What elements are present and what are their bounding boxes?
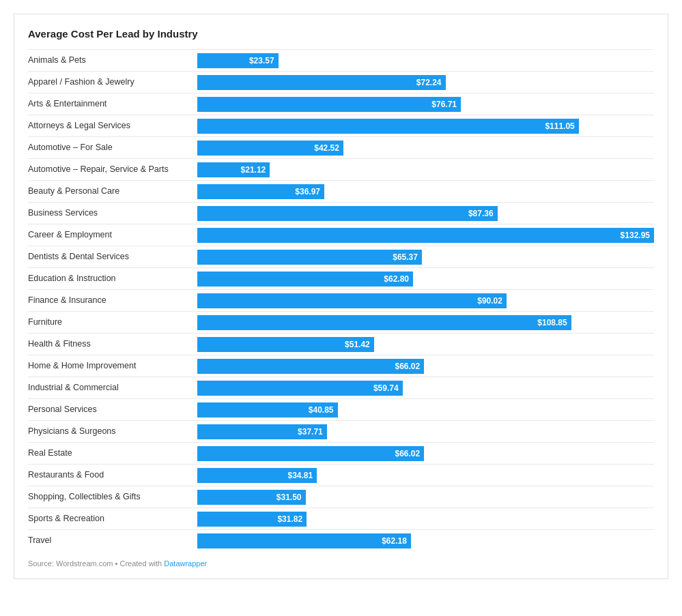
bar-label: Attorneys & Legal Services — [28, 120, 197, 131]
bar-fill: $108.85 — [197, 315, 571, 330]
bar-value: $90.02 — [477, 296, 502, 306]
bar-label: Finance & Insurance — [28, 295, 197, 306]
bar-label: Business Services — [28, 207, 197, 218]
chart-container: Average Cost Per Lead by Industry Animal… — [14, 14, 668, 579]
chart-bars: Animals & Pets$23.57Apparel / Fashion & … — [28, 49, 654, 551]
bar-track: $87.36 — [197, 206, 654, 221]
bar-fill: $37.71 — [197, 424, 327, 439]
bar-fill: $36.97 — [197, 184, 324, 199]
bar-label: Career & Employment — [28, 229, 197, 240]
bar-track: $76.71 — [197, 97, 654, 112]
bar-label: Industrial & Commercial — [28, 382, 197, 393]
bar-label: Automotive – Repair, Service & Parts — [28, 164, 197, 175]
bar-track: $42.52 — [197, 141, 654, 156]
bar-row: Personal Services$40.85 — [28, 398, 654, 420]
bar-value: $66.02 — [395, 362, 421, 371]
bar-track: $108.85 — [197, 315, 654, 330]
bar-value: $34.81 — [287, 471, 313, 480]
bar-row: Dentists & Dental Services$65.37 — [28, 246, 654, 267]
bar-fill: $90.02 — [197, 293, 507, 308]
bar-track: $40.85 — [197, 402, 654, 417]
bar-label: Home & Home Improvement — [28, 360, 197, 371]
bar-fill: $66.02 — [197, 446, 424, 461]
bar-label: Apparel / Fashion & Jewelry — [28, 76, 197, 87]
bar-value: $108.85 — [537, 318, 567, 327]
chart-title: Average Cost Per Lead by Industry — [28, 28, 654, 40]
bar-track: $51.42 — [197, 337, 654, 352]
bar-fill: $87.36 — [197, 206, 498, 221]
bar-row: Animals & Pets$23.57 — [28, 49, 654, 71]
bar-row: Arts & Entertainment$76.71 — [28, 93, 654, 115]
bar-track: $62.18 — [197, 533, 654, 548]
bar-track: $37.71 — [197, 424, 654, 439]
chart-footer: Source: Wordstream.com • Created with Da… — [28, 559, 654, 568]
bar-label: Automotive – For Sale — [28, 142, 197, 153]
bar-track: $111.05 — [197, 119, 654, 134]
bar-row: Home & Home Improvement$66.02 — [28, 355, 654, 377]
bar-label: Animals & Pets — [28, 55, 197, 65]
bar-fill: $40.85 — [197, 402, 338, 417]
datawrapper-link[interactable]: Datawrapper — [164, 559, 207, 568]
bar-row: Shopping, Collectibles & Gifts$31.50 — [28, 486, 654, 508]
bar-value: $62.80 — [384, 274, 409, 284]
bar-fill: $66.02 — [197, 359, 424, 374]
bar-value: $87.36 — [468, 209, 494, 218]
bar-track: $66.02 — [197, 359, 654, 374]
bar-fill: $42.52 — [197, 141, 343, 156]
bar-label: Beauty & Personal Care — [28, 186, 197, 196]
bar-fill: $31.82 — [197, 512, 307, 527]
bar-fill: $23.57 — [197, 53, 279, 68]
bar-label: Real Estate — [28, 448, 197, 458]
bar-track: $36.97 — [197, 184, 654, 199]
bar-value: $76.71 — [431, 100, 457, 109]
bar-row: Finance & Insurance$90.02 — [28, 289, 654, 311]
bar-value: $21.12 — [241, 165, 266, 175]
bar-fill: $132.95 — [197, 228, 654, 243]
bar-label: Education & Instruction — [28, 273, 197, 284]
bar-row: Career & Employment$132.95 — [28, 224, 654, 246]
bar-value: $31.82 — [277, 514, 302, 524]
bar-label: Furniture — [28, 317, 197, 327]
bar-track: $132.95 — [197, 228, 654, 243]
bar-label: Personal Services — [28, 404, 197, 415]
bar-label: Sports & Recreation — [28, 513, 197, 524]
bar-label: Travel — [28, 535, 197, 546]
bar-row: Attorneys & Legal Services$111.05 — [28, 115, 654, 136]
bar-row: Travel$62.18 — [28, 529, 654, 551]
bar-value: $62.18 — [382, 536, 407, 546]
bar-fill: $111.05 — [197, 119, 579, 134]
bar-track: $72.24 — [197, 75, 654, 90]
bar-label: Health & Fitness — [28, 338, 197, 349]
bar-fill: $62.80 — [197, 272, 413, 287]
bar-value: $31.50 — [276, 493, 302, 502]
bar-value: $111.05 — [545, 121, 574, 131]
bar-fill: $34.81 — [197, 468, 317, 483]
bar-value: $40.85 — [309, 405, 334, 415]
bar-row: Health & Fitness$51.42 — [28, 333, 654, 355]
bar-fill: $76.71 — [197, 97, 461, 112]
bar-value: $23.57 — [249, 56, 274, 65]
bar-row: Physicians & Surgeons$37.71 — [28, 420, 654, 442]
bar-fill: $62.18 — [197, 533, 411, 548]
bar-fill: $65.37 — [197, 250, 422, 265]
bar-row: Automotive – For Sale$42.52 — [28, 136, 654, 158]
bar-value: $59.74 — [373, 383, 399, 393]
bar-track: $34.81 — [197, 468, 654, 483]
bar-value: $72.24 — [416, 78, 442, 87]
bar-track: $59.74 — [197, 381, 654, 396]
bar-value: $36.97 — [295, 187, 320, 196]
bar-label: Shopping, Collectibles & Gifts — [28, 491, 197, 502]
bar-track: $62.80 — [197, 272, 654, 287]
bar-value: $42.52 — [314, 143, 339, 153]
bar-value: $132.95 — [621, 231, 650, 240]
bar-value: $65.37 — [393, 252, 418, 262]
footer-source-text: Source: Wordstream.com • Created with — [28, 559, 164, 568]
bar-row: Automotive – Repair, Service & Parts$21.… — [28, 158, 654, 180]
bar-fill: $51.42 — [197, 337, 374, 352]
bar-label: Physicians & Surgeons — [28, 426, 197, 437]
bar-row: Industrial & Commercial$59.74 — [28, 377, 654, 398]
bar-value: $66.02 — [395, 449, 421, 458]
bar-value: $51.42 — [345, 340, 370, 349]
bar-track: $31.50 — [197, 490, 654, 505]
bar-row: Business Services$87.36 — [28, 202, 654, 224]
